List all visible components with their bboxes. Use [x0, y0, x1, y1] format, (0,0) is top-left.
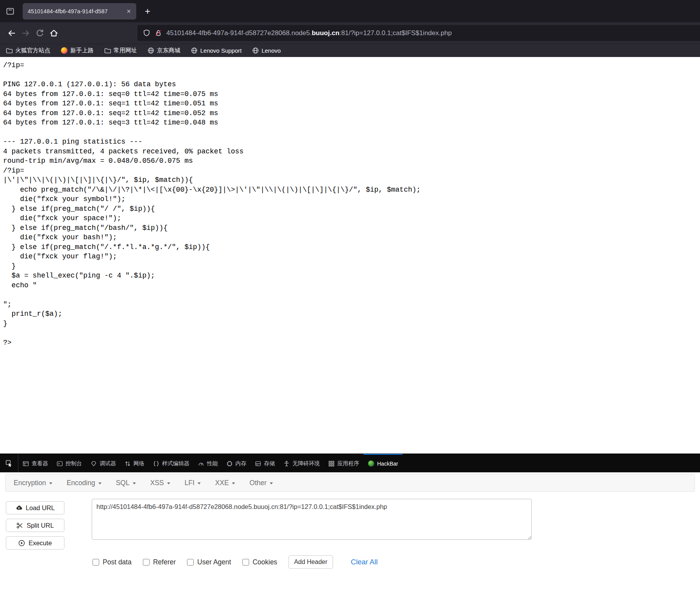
bookmark-label: 新手上路 [70, 47, 94, 54]
reload-icon[interactable] [33, 26, 47, 40]
checkbox-label: Post data [103, 558, 132, 566]
hackbar-url-input[interactable]: http://45101484-4fb6-497a-914f-d58727e28… [92, 499, 532, 540]
debugger-icon [91, 461, 97, 467]
checkbox-label: User Agent [197, 558, 231, 566]
bookmark-getting-started[interactable]: 新手上路 [61, 47, 94, 54]
bookmark-jd[interactable]: 京东商城 [148, 47, 180, 54]
performance-icon [198, 461, 204, 467]
pick-element-icon[interactable] [0, 454, 18, 472]
devtools-tab-label: HackBar [377, 461, 398, 467]
url-bar[interactable]: 45101484-4fb6-497a-914f-d58727e28068.nod… [137, 25, 700, 41]
shield-icon[interactable] [143, 29, 150, 37]
clear-all-link[interactable]: Clear All [351, 558, 378, 566]
url-text: 45101484-4fb6-497a-914f-d58727e28068.nod… [166, 29, 452, 37]
checkbox-label: Cookies [253, 558, 277, 566]
menu-label: LFI [185, 479, 194, 487]
globe-icon [148, 47, 154, 54]
devtools-tab-label: 调试器 [100, 460, 116, 467]
menu-label: SQL [116, 479, 130, 487]
tab-close-icon[interactable]: × [125, 7, 132, 16]
url-domain: buuoj.cn [312, 29, 339, 37]
forward-icon[interactable] [19, 26, 33, 40]
cookies-checkbox[interactable]: Cookies [242, 558, 277, 566]
dropdown-caret-icon [232, 482, 235, 484]
devtools-tab-hackbar[interactable]: HackBar [363, 454, 403, 472]
dropdown-caret-icon [98, 482, 102, 484]
bookmark-label: Lenovo [262, 47, 281, 54]
load-url-button[interactable]: Load URL [6, 501, 64, 514]
insecure-lock-icon[interactable] [155, 29, 162, 37]
storage-icon [255, 461, 261, 467]
bookmarks-bar: 火狐官方站点 新手上路 常用网址 京东商城 Lenovo Support Len… [0, 44, 700, 57]
devtools-tab-label: 网络 [134, 460, 144, 467]
web-page-content: /?ip= PING 127.0.0.1 (127.0.0.1): 56 dat… [0, 57, 700, 454]
firefox-icon [61, 47, 68, 54]
devtools-tab-console[interactable]: 控制台 [52, 454, 86, 472]
hackbar-menu-bar: Encryption Encoding SQL XSS LFI XXE Othe… [5, 474, 695, 492]
browser-tab[interactable]: 45101484-4fb6-497a-914f-d587 × [23, 3, 136, 20]
devtools-tab-accessibility[interactable]: 无障碍环境 [279, 454, 324, 472]
dropdown-caret-icon [167, 482, 170, 484]
split-url-button[interactable]: Split URL [6, 519, 64, 532]
new-tab-icon[interactable]: + [141, 6, 154, 17]
checkbox-label: Referer [153, 558, 176, 566]
devtools-tab-memory[interactable]: 内存 [222, 454, 251, 472]
url-suffix: :81/?ip=127.0.0.1;cat$IFS$1index.php [339, 29, 452, 37]
console-icon [57, 461, 63, 467]
user-agent-checkbox[interactable]: User Agent [187, 558, 231, 566]
devtools-tab-label: 存储 [264, 460, 275, 467]
url-prefix: 45101484-4fb6-497a-914f-d58727e28068.nod… [166, 29, 312, 37]
back-icon[interactable] [5, 26, 19, 40]
network-icon [125, 461, 131, 467]
split-url-icon [16, 522, 23, 529]
application-icon [328, 461, 335, 467]
devtools-tab-inspector[interactable]: 查看器 [18, 454, 52, 472]
bookmark-folder-firefox-official[interactable]: 火狐官方站点 [6, 47, 50, 54]
style-editor-icon [153, 461, 159, 467]
menu-xss[interactable]: XSS [150, 479, 170, 487]
devtools-tab-label: 控制台 [66, 460, 82, 467]
add-header-button[interactable]: Add Header [289, 555, 333, 569]
menu-sql[interactable]: SQL [116, 479, 136, 487]
devtools-tab-application[interactable]: 应用程序 [324, 454, 363, 472]
bookmark-lenovo-support[interactable]: Lenovo Support [191, 47, 242, 54]
button-label: Execute [28, 539, 52, 547]
hackbar-icon [368, 460, 374, 467]
cookies-checkbox-input[interactable] [242, 559, 249, 566]
devtools-tab-network[interactable]: 网络 [120, 454, 149, 472]
menu-other[interactable]: Other [249, 479, 273, 487]
menu-lfi[interactable]: LFI [185, 479, 201, 487]
devtools-tab-label: 查看器 [32, 460, 48, 467]
devtools-tab-style-editor[interactable]: 样式编辑器 [149, 454, 194, 472]
execute-button[interactable]: Execute [6, 536, 64, 550]
bookmark-label: 火狐官方站点 [15, 47, 50, 54]
execute-icon [18, 540, 25, 546]
home-icon[interactable] [47, 26, 61, 40]
post-data-checkbox-input[interactable] [93, 559, 99, 566]
bookmark-folder-common-sites[interactable]: 常用网址 [104, 47, 137, 54]
post-data-checkbox[interactable]: Post data [93, 558, 132, 566]
menu-label: XSS [150, 479, 164, 487]
referer-checkbox[interactable]: Referer [143, 558, 176, 566]
menu-xxe[interactable]: XXE [215, 479, 235, 487]
hackbar-panel: Encryption Encoding SQL XSS LFI XXE Othe… [0, 472, 700, 596]
bookmark-label: 京东商城 [157, 47, 180, 54]
menu-encoding[interactable]: Encoding [67, 479, 102, 487]
menu-label: XXE [215, 479, 229, 487]
globe-icon [191, 47, 198, 54]
devtools-tab-debugger[interactable]: 调试器 [86, 454, 120, 472]
menu-encryption[interactable]: Encryption [14, 479, 52, 487]
devtools-tab-performance[interactable]: 性能 [194, 454, 222, 472]
dropdown-caret-icon [49, 482, 52, 484]
tab-title: 45101484-4fb6-497a-914f-d587 [28, 8, 125, 14]
bookmark-lenovo[interactable]: Lenovo [252, 47, 281, 54]
inspector-icon [23, 461, 29, 467]
devtools-tab-label: 应用程序 [337, 460, 359, 467]
user-agent-checkbox-input[interactable] [187, 559, 194, 566]
folder-icon [6, 47, 12, 54]
referer-checkbox-input[interactable] [143, 559, 150, 566]
menu-label: Encryption [14, 479, 46, 487]
memory-icon [226, 461, 233, 467]
tab-list-icon[interactable] [4, 5, 16, 18]
devtools-tab-storage[interactable]: 存储 [251, 454, 279, 472]
